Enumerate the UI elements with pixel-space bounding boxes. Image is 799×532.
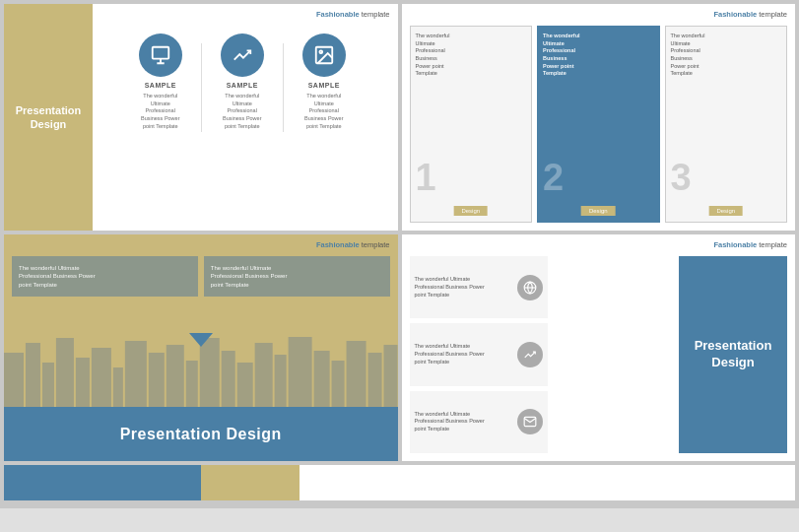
slide1-icon-monitor [139, 33, 182, 77]
svg-rect-14 [200, 338, 220, 412]
bottom-bar [4, 465, 795, 500]
slide2-brand-normal: template [757, 10, 787, 19]
slide2-design-btn-2[interactable]: Design [581, 206, 616, 216]
svg-rect-20 [314, 351, 330, 412]
main-grid: Fashionable template Presentation Design… [0, 0, 799, 508]
slide2-col-3: The wonderful Ultimate Professional Busi… [665, 26, 788, 223]
svg-rect-10 [125, 341, 147, 412]
bottom-bar-blue [4, 465, 201, 500]
slide2-header: Fashionable template [713, 10, 787, 19]
slide1-col-2: SAMPLE The wonderful Ultimate Profession… [208, 33, 277, 130]
slide2-num-wrap-1: 1 [416, 82, 527, 216]
slide1-desc-1: The wonderful Ultimate Professional Busi… [141, 93, 179, 130]
slide4-row3-text: The wonderful Ultimate Professional Busi… [415, 411, 512, 433]
slide1-title: Presentation Design [16, 103, 82, 132]
svg-rect-6 [56, 338, 74, 412]
slide4-row2-text: The wonderful Ultimate Professional Busi… [415, 343, 512, 366]
svg-rect-7 [76, 358, 90, 412]
slide1-divider-1 [201, 43, 202, 132]
slide1-icon-chart [221, 33, 264, 77]
slide4-right-text: Presentation Design [695, 338, 772, 371]
slide2-text-1: The wonderful Ultimate Professional Busi… [416, 33, 527, 78]
slide4-row-3: The wonderful Ultimate Professional Busi… [410, 391, 548, 453]
svg-rect-9 [113, 367, 123, 412]
slide1-col-3: SAMPLE The wonderful Ultimate Profession… [290, 33, 359, 130]
slide4-brand-bold: Fashionable [713, 240, 757, 249]
slide2-text-2: The wonderful Ultimate Professional Busi… [543, 33, 654, 78]
svg-rect-0 [153, 47, 169, 59]
slide3-brand-bold: Fashionable [316, 240, 360, 249]
slide1-sample-3: SAMPLE [308, 82, 340, 89]
slide3-arrow-icon [189, 333, 213, 347]
slide1-sample-2: SAMPLE [227, 82, 258, 89]
svg-rect-22 [347, 341, 366, 412]
svg-rect-19 [289, 337, 312, 412]
slide2-design-btn-3[interactable]: Design [708, 206, 743, 216]
slide2-design-btn-1[interactable]: Design [453, 206, 488, 216]
slide1-divider-2 [283, 43, 284, 132]
slide2-num-3: 3 [671, 159, 692, 196]
bottom-bar-gold [201, 465, 300, 500]
slide4-row1-text: The wonderful Ultimate Professional Busi… [415, 276, 512, 299]
slide2-brand-bold: Fashionable [713, 10, 757, 19]
slide1-sample-1: SAMPLE [145, 82, 176, 89]
slide4-globe-icon [517, 275, 543, 300]
slide1-sidebar: Presentation Design [4, 4, 93, 231]
slide1-header: Fashionable template [316, 10, 390, 19]
svg-rect-24 [384, 345, 398, 412]
slide1-icon-image [302, 33, 346, 77]
slide-1: Fashionable template Presentation Design… [4, 4, 398, 231]
slide1-desc-2: The wonderful Ultimate Professional Busi… [223, 93, 261, 130]
svg-rect-4 [26, 343, 40, 412]
slide3-boxes: The wonderful Ultimate Professional Busi… [12, 256, 390, 297]
slide4-rows: The wonderful Ultimate Professional Busi… [410, 256, 548, 453]
slide3-footer-text: Presentation Design [120, 426, 282, 443]
svg-rect-16 [237, 363, 253, 412]
svg-rect-18 [275, 355, 287, 412]
slide1-brand-normal: template [360, 10, 390, 19]
svg-rect-21 [332, 361, 345, 412]
slide2-num-wrap-3: 3 [671, 82, 782, 216]
slide1-col-1: SAMPLE The wonderful Ultimate Profession… [126, 33, 195, 130]
svg-rect-5 [42, 363, 54, 412]
slide3-footer: Presentation Design [4, 407, 398, 461]
svg-rect-17 [255, 343, 273, 412]
svg-rect-15 [222, 351, 235, 412]
svg-rect-11 [149, 353, 165, 412]
slide3-box1-text: The wonderful Ultimate Professional Busi… [19, 265, 96, 288]
slide4-chart-icon [517, 342, 543, 367]
slide4-row-2: The wonderful Ultimate Professional Busi… [410, 323, 548, 385]
svg-rect-12 [166, 345, 184, 412]
slide2-num-1: 1 [416, 159, 436, 196]
slide2-num-2: 2 [543, 159, 564, 196]
slide4-header: Fashionable template [713, 240, 787, 249]
slide1-desc-3: The wonderful Ultimate Professional Busi… [304, 93, 343, 130]
slide2-text-3: The wonderful Ultimate Professional Busi… [671, 33, 782, 78]
svg-rect-23 [368, 353, 382, 412]
slide4-envelope-icon [517, 409, 543, 434]
slide4-right-panel: Presentation Design [679, 256, 787, 453]
slide-3: Fashionable template The wonderful Ultim… [4, 234, 398, 461]
svg-rect-13 [186, 361, 198, 412]
slide1-columns: SAMPLE The wonderful Ultimate Profession… [93, 24, 392, 225]
slide4-row-1: The wonderful Ultimate Professional Busi… [410, 256, 548, 318]
slide2-columns: The wonderful Ultimate Professional Busi… [410, 26, 788, 223]
slide-4: Fashionable template The wonderful Ultim… [402, 234, 796, 461]
slide3-header: Fashionable template [316, 240, 390, 249]
slide1-brand-bold: Fashionable [316, 10, 360, 19]
slide3-box2-text: The wonderful Ultimate Professional Busi… [211, 265, 288, 288]
svg-point-2 [319, 50, 322, 53]
slide3-box-1: The wonderful Ultimate Professional Busi… [12, 256, 198, 297]
slide2-col-2: The wonderful Ultimate Professional Busi… [537, 26, 660, 223]
svg-rect-8 [92, 348, 111, 412]
slide3-brand-normal: template [360, 240, 390, 249]
slide3-box-2: The wonderful Ultimate Professional Busi… [204, 256, 390, 297]
slide2-col-1: The wonderful Ultimate Professional Busi… [410, 26, 533, 223]
slide2-num-wrap-2: 2 [543, 82, 654, 216]
slide-2: Fashionable template The wonderful Ultim… [402, 4, 796, 231]
svg-rect-3 [4, 353, 24, 412]
slide4-brand-normal: template [757, 240, 787, 249]
